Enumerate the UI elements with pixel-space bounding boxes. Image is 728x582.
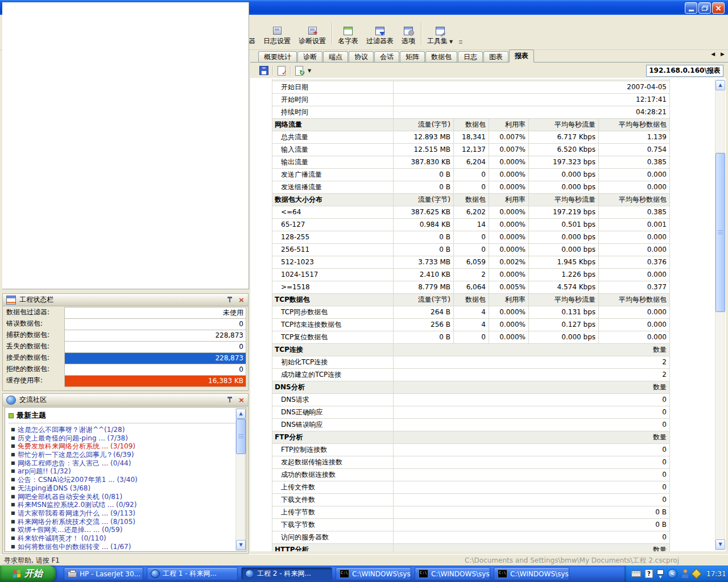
forum-topic-link[interactable]: ■科来MSN监控系统2.0测试结 ... (0/92) [5, 501, 246, 509]
diagnosis-settings-button[interactable]: + 诊断设置 [295, 24, 330, 49]
scroll-up-icon[interactable]: ▲ [715, 80, 725, 90]
toolbar-separator [290, 66, 291, 75]
forum-topic-link[interactable]: ■arp问题!! (1/32) [5, 467, 246, 476]
hidden-icons-toggle[interactable]: ▼ [657, 569, 664, 578]
taskbar-button-label: C:\WINDOWS\syste... [510, 570, 569, 578]
options-button[interactable]: 选项 [398, 24, 419, 49]
taskbar-button-label: C:\WINDOWS\syste... [352, 570, 411, 578]
tab-packets[interactable]: 数据包 [425, 51, 457, 62]
keyboard-icon[interactable] [631, 571, 641, 577]
row-value: 4 [454, 319, 489, 331]
forum-topic-link[interactable]: ■帮忙分析一下这是怎么回事儿？(6/39) [5, 451, 246, 459]
forum-topic-link[interactable]: ■无法ping通DNS (3/68) [5, 484, 246, 493]
forum-topic-link[interactable]: ■如何将数据包中的数据转变 ... (1/67) [5, 543, 246, 551]
input-method-icon[interactable]: ? [645, 569, 653, 578]
report-row: DNS错误响应0 [272, 419, 669, 431]
forum-topic-link[interactable]: ■双绑+假网关...还是掉... ... (0/59) [5, 526, 246, 534]
toolset-button[interactable]: 工具集▼ [423, 24, 457, 49]
forum-topic-link[interactable]: ■请大家帮我看看网速为什么 ... (9/113) [5, 509, 246, 518]
row-value: 0.754 [599, 144, 669, 156]
taskbar-button[interactable]: 工程 2 - 科来网... [241, 567, 332, 580]
tab-conversations[interactable]: 会话 [374, 51, 399, 62]
taskbar-button-label: 工程 1 - 科来网... [163, 569, 217, 579]
restore-button[interactable] [698, 2, 711, 14]
row-value: 0 [394, 494, 669, 506]
status-row-label: 捕获的数据包: [5, 330, 64, 341]
scrollbar-thumb[interactable] [236, 419, 246, 454]
tab-protocols[interactable]: 协议 [349, 51, 374, 62]
tab-diagnosis[interactable]: 诊断 [297, 51, 322, 62]
row-label: DNS错误响应 [272, 419, 394, 431]
start-button[interactable]: 开始 [0, 566, 56, 582]
row-value: 14 [454, 219, 489, 231]
scroll-up-icon[interactable]: ▲ [236, 409, 246, 419]
row-value: 18,341 [454, 131, 489, 143]
row-value: 0.131 bps [529, 306, 599, 318]
tab-scroll-left-icon[interactable]: ◀ [711, 51, 715, 57]
taskbar-button[interactable]: C:\C:\WINDOWS\syste... [336, 567, 411, 580]
column-header: 平均每秒数据包 [599, 119, 669, 131]
scrollbar-thumb[interactable] [715, 153, 725, 312]
panel-close-icon[interactable]: × [238, 397, 245, 404]
pin-icon[interactable] [226, 397, 233, 403]
language-bar-icon[interactable]: < [668, 569, 677, 579]
tray-app-icon[interactable] [691, 568, 701, 579]
taskbar-button[interactable]: C:\C:\WINDOWS\syste... [415, 567, 490, 580]
tab-endpoints[interactable]: 端点 [323, 51, 348, 62]
toolbar-overflow-handle[interactable] [459, 29, 464, 44]
verify-report-button[interactable]: ✓ [275, 65, 288, 76]
report-section-header: DNS分析数量 [272, 381, 669, 394]
report-pane: 开始日期2007-04-05开始时间12:17:41持续时间04:28:21网络… [250, 78, 726, 551]
scroll-down-icon[interactable]: ▼ [715, 539, 725, 550]
forum-topic-link[interactable]: ■科来软件诚聘英才！ (0/110) [5, 534, 246, 543]
report-row: 发送广播流量0 B00.000%0.000 bps0.000 [272, 169, 669, 181]
bullet-icon: ■ [11, 501, 15, 509]
forum-topic-link[interactable]: ■这是怎么不回事呀？谢谢^^(1/28) [5, 426, 246, 434]
taskbar-button-label: HP - LaserJet 30... [80, 570, 140, 578]
taskbar-button[interactable]: HP - LaserJet 30... [64, 567, 143, 580]
messenger-icon[interactable] [681, 569, 689, 578]
forum-topic-link[interactable]: ■网络工程师忠告：害人害己 ... (0/44) [5, 459, 246, 468]
bullet-icon: ■ [11, 476, 15, 484]
save-icon [259, 66, 268, 75]
scroll-down-icon[interactable]: ▼ [236, 540, 246, 550]
name-table-button[interactable]: 名字表 [334, 24, 362, 49]
panel-close-icon[interactable]: × [238, 297, 245, 304]
toolbar-separator [332, 22, 332, 45]
community-scrollbar: ▲ ▼ [235, 408, 245, 551]
tab-scroll-right-icon[interactable]: ▶ [721, 51, 725, 57]
row-label: 下载文件数 [272, 494, 394, 506]
taskbar-button[interactable]: 工程 1 - 科来网... [147, 567, 238, 580]
column-header: 数量 [394, 344, 669, 356]
windows-flag-icon [13, 569, 21, 578]
row-value: 1.226 bps [529, 269, 599, 281]
refresh-dropdown-icon[interactable]: ▼ [308, 68, 311, 73]
report-row: FTP控制连接数0 [272, 444, 669, 456]
report-section-header: TCP数据包流量(字节)数据包利用率平均每秒流量平均每秒数据包 [272, 294, 669, 306]
forum-topic-link[interactable]: ■历史上最奇怪的问题-ping ... (7/38) [5, 434, 246, 443]
save-report-button[interactable] [257, 65, 271, 76]
filter-table-button[interactable]: 过滤器表 [362, 24, 398, 49]
topic-text: 双绑+假网关...还是掉... ... (0/59) [18, 526, 122, 534]
toolset-label: 工具集 [427, 37, 448, 45]
tab-charts[interactable]: 图表 [483, 51, 508, 62]
close-button[interactable]: × [712, 2, 725, 14]
row-value: 0.000% [489, 306, 529, 318]
refresh-report-button[interactable]: ↻ [292, 65, 306, 76]
forum-topic-link[interactable]: ■网吧全部机器自动安全关机 (0/81) [5, 493, 246, 501]
row-value: 6.717 Kbps [529, 131, 599, 143]
minimize-button[interactable] [685, 2, 697, 14]
log-settings-button[interactable]: 日志设置 [259, 24, 295, 49]
pin-icon[interactable] [226, 297, 233, 303]
tab-matrix[interactable]: 矩阵 [400, 51, 425, 62]
tab-logs[interactable]: 日志 [458, 51, 483, 62]
tab-report[interactable]: 报表 [509, 49, 534, 63]
taskbar-button[interactable]: C:\C:\WINDOWS\syste... [494, 567, 569, 580]
row-value: 0 [394, 469, 669, 481]
forum-topic-link[interactable]: ■公告：CSNA论坛2007年第1 ... (3/40) [5, 476, 246, 484]
forum-topic-link[interactable]: ■科来网络分析系统技术交流 ... (8/105) [5, 518, 246, 526]
tab-summary[interactable]: 概要统计 [258, 51, 297, 62]
row-value: 6,059 [454, 256, 489, 268]
forum-topic-link[interactable]: ■免费发放科来网络分析系统 ... (3/109) [5, 442, 246, 451]
row-label: DNS正确响应 [272, 406, 394, 418]
